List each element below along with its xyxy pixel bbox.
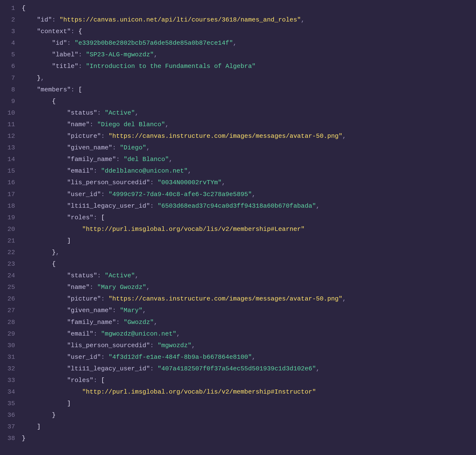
code-line: "user_id": "4f3d12df-e1ae-484f-8b9a-b667… — [22, 351, 346, 363]
token-key: "given_name" — [67, 307, 112, 314]
line-number: 33 — [0, 374, 15, 386]
line-number: 14 — [0, 154, 15, 165]
code-line: } — [22, 409, 346, 421]
line-number: 20 — [0, 223, 15, 235]
token-colon: : — [93, 167, 101, 175]
code-line: "given_name": "Diego", — [22, 142, 346, 154]
token-key: "members" — [37, 86, 71, 93]
token-string: "4f3d12df-e1ae-484f-8b9a-b667864e8100" — [109, 353, 252, 361]
code-line: "label": "SP23-ALG-mgwozdz", — [22, 49, 346, 60]
line-number: 27 — [0, 305, 15, 316]
token-colon: : — [93, 377, 101, 384]
token-url: "https://canvas.instructure.com/images/m… — [109, 132, 342, 140]
token-colon: : — [150, 179, 158, 186]
code-line: "email": "mgwozdz@unicon.net", — [22, 328, 346, 340]
line-number: 22 — [0, 247, 15, 258]
token-key: "email" — [67, 167, 93, 175]
token-key: "id" — [52, 39, 67, 47]
code-line: "id": "e3392b0b8e2802bcb57a6de58de85a0b8… — [22, 37, 346, 49]
line-number: 5 — [0, 49, 15, 60]
token-comma: , — [169, 156, 173, 163]
token-key: "lti11_legacy_user_id" — [67, 202, 150, 210]
token-brace: { — [78, 28, 82, 35]
token-colon: : — [78, 63, 86, 70]
token-brace: [ — [101, 214, 105, 221]
token-key: "picture" — [67, 295, 101, 302]
line-number: 18 — [0, 200, 15, 212]
token-comma: , — [40, 74, 44, 82]
code-line: "name": "Diego del Blanco", — [22, 119, 346, 130]
token-colon: : — [90, 284, 97, 291]
token-colon: : — [150, 202, 158, 210]
token-brace: } — [22, 435, 26, 442]
token-key: "id" — [37, 16, 52, 24]
token-key: "status" — [67, 272, 97, 279]
token-key: "picture" — [67, 132, 101, 140]
line-number: 13 — [0, 142, 15, 154]
token-colon: : — [71, 28, 78, 35]
token-comma: , — [192, 342, 195, 349]
token-string: "del Blanco" — [123, 156, 169, 163]
code-line: "email": "ddelblanco@unicon.net", — [22, 165, 346, 177]
token-key: "lis_person_sourcedid" — [67, 179, 150, 186]
line-number: 38 — [0, 432, 15, 444]
line-number: 30 — [0, 340, 15, 351]
code-line: }, — [22, 72, 346, 84]
token-comma: , — [252, 353, 256, 361]
code-line: { — [22, 96, 346, 107]
code-line: "lis_person_sourcedid": "0034N00002rvTYm… — [22, 177, 346, 188]
code-line: "status": "Active", — [22, 270, 346, 281]
line-number: 10 — [0, 107, 15, 119]
token-colon: : — [90, 121, 97, 128]
code-line: "picture": "https://canvas.instructure.c… — [22, 293, 346, 305]
token-comma: , — [177, 330, 180, 338]
line-number: 4 — [0, 37, 15, 49]
line-number: 24 — [0, 270, 15, 281]
token-colon: : — [93, 214, 101, 221]
token-colon: : — [112, 144, 120, 151]
code-line: ] — [22, 398, 346, 409]
token-brace: ] — [37, 423, 40, 430]
code-line: "family_name": "Gwozdz", — [22, 317, 346, 328]
code-line: "id": "https://canvas.unicon.net/api/lti… — [22, 14, 346, 26]
token-colon: : — [116, 319, 123, 326]
token-comma: , — [165, 121, 169, 128]
line-number: 19 — [0, 212, 15, 223]
code-line: "http://purl.imsglobal.org/vocab/lis/v2/… — [22, 386, 346, 398]
token-brace: ] — [67, 237, 71, 244]
line-number: 31 — [0, 351, 15, 363]
line-number: 2 — [0, 14, 15, 26]
token-colon: : — [150, 342, 158, 349]
token-comma: , — [135, 272, 139, 279]
line-number: 32 — [0, 363, 15, 374]
token-key: "user_id" — [67, 191, 101, 198]
code-line: "family_name": "del Blanco", — [22, 154, 346, 165]
token-url: "https://canvas.instructure.com/images/m… — [109, 295, 342, 302]
token-comma: , — [154, 51, 158, 58]
token-key: "family_name" — [67, 156, 116, 163]
line-number: 3 — [0, 26, 15, 37]
code-line: { — [22, 2, 346, 14]
token-string: "Active" — [105, 109, 135, 116]
token-key: "roles" — [67, 377, 93, 384]
token-brace: [ — [101, 377, 105, 384]
token-string: "4999c972-7da9-40c8-afe6-3c278a9e5895" — [109, 191, 252, 198]
line-number: 34 — [0, 386, 15, 398]
token-key: "user_id" — [67, 353, 101, 361]
token-comma: , — [316, 365, 320, 372]
token-key: "name" — [67, 284, 90, 291]
token-colon: : — [93, 330, 101, 338]
line-number: 6 — [0, 60, 15, 72]
code-line: }, — [22, 247, 346, 258]
code-line: "lti11_legacy_user_id": "407a4182507f0f3… — [22, 363, 346, 374]
token-string: "Mary Gwozdz" — [97, 284, 146, 291]
code-block: 1234567891011121314151617181920212223242… — [0, 0, 476, 447]
token-colon: : — [67, 39, 74, 47]
token-string: "Mary" — [120, 307, 143, 314]
line-number: 23 — [0, 258, 15, 270]
line-number: 28 — [0, 317, 15, 328]
code-line: "http://purl.imsglobal.org/vocab/lis/v2/… — [22, 223, 346, 235]
token-string: "SP23-ALG-mgwozdz" — [86, 51, 154, 58]
token-comma: , — [342, 132, 346, 140]
code-line: { — [22, 258, 346, 270]
